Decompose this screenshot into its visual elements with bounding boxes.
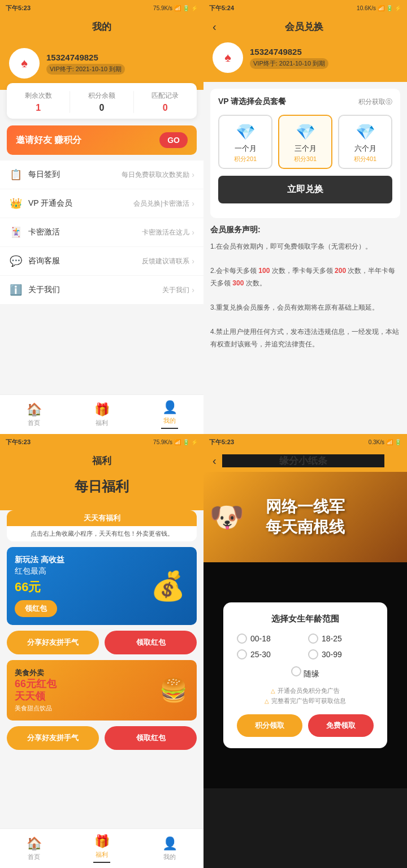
menu-item-vip[interactable]: 👑 VP 开通会员 会员兑换|卡密激活 › <box>0 189 204 218</box>
status-icons-3: 75.9K/s 📶 🔋 ⚡ <box>153 439 198 445</box>
charge-icon-3: ⚡ <box>191 439 198 445</box>
time-4: 下午5:23 <box>209 438 234 446</box>
nav-mine-3[interactable]: 👤 我的 <box>136 829 204 868</box>
age-option-1825[interactable]: 18-25 <box>308 633 374 644</box>
ad-claim-button[interactable]: 领红包 <box>15 600 57 617</box>
vip-select-section: VP 请选择会员套餐 积分获取⓪ 💎 一个月 积分201 💎 三个月 积分301… <box>210 89 400 218</box>
signin-icon: 📋 <box>9 168 23 181</box>
age-option-3099[interactable]: 30-99 <box>308 649 374 659</box>
nav-welfare-1[interactable]: 🎁 福利 <box>68 395 136 434</box>
daily-welfare-title: 每日福利 <box>0 472 204 499</box>
invite-banner[interactable]: 邀请好友 赚积分 GO <box>7 125 197 155</box>
ad-new-play: 新玩法 高收益 <box>15 555 189 565</box>
status-icons-1: 75.9K/s 📶 🔋 ⚡ <box>153 5 198 11</box>
charge-icon-1: ⚡ <box>191 5 198 11</box>
vip-option-3month[interactable]: 💎 三个月 积分301 <box>278 115 332 169</box>
nav-mine-label-1: 我的 <box>163 416 176 425</box>
welfare-nav-icon-1: 🎁 <box>94 402 110 417</box>
age-option-2530[interactable]: 25-30 <box>237 649 302 659</box>
time-1: 下午5:23 <box>6 4 31 12</box>
triangle-icon-1: △ <box>271 687 275 696</box>
modal-overlay: 选择女生年龄范围 00-18 18-25 25-30 <box>204 562 407 788</box>
terms-section: 会员服务声明: 1.在会员有效期内，即可免费领取字条（无需积分）。 2.会卡每天… <box>204 225 407 350</box>
age-option-0018[interactable]: 00-18 <box>237 633 302 644</box>
go-button[interactable]: GO <box>159 132 188 148</box>
nav-home-label-1: 首页 <box>28 419 40 427</box>
profile-info-1: 15324749825 VIP终于: 2021-10-10 到期 <box>46 53 125 75</box>
vip-duration-1: 一个月 <box>223 144 268 154</box>
terms-item-1: 1.在会员有效期内，即可免费领取字条（无需积分）。 <box>210 241 400 253</box>
menu-item-about[interactable]: ℹ️ 关于我们 关于我们 › <box>0 276 204 305</box>
share-button-1[interactable]: 分享好友拼手气 <box>7 631 99 654</box>
screen-welfare: 下午5:23 75.9K/s 📶 🔋 ⚡ 福利 每日福利 天天有福利 点击右上角… <box>0 434 204 868</box>
charge-icon-2: ⚡ <box>395 5 401 11</box>
vip-points-3: 积分401 <box>343 155 388 163</box>
avatar-1: ♠ <box>9 48 40 79</box>
vip-option-1month[interactable]: 💎 一个月 积分201 <box>218 115 272 169</box>
banner-text: 网络一线军 每天南根线 <box>266 497 345 538</box>
welfare-tag: 天天有福利 <box>7 510 197 526</box>
points-claim-button[interactable]: 积分领取 <box>237 714 302 737</box>
bottom-nav-1: 🏠 首页 🎁 福利 👤 我的 <box>0 394 204 434</box>
menu-item-signin[interactable]: 📋 每日签到 每日免费获取次数奖励 › <box>0 160 204 189</box>
menu-item-support[interactable]: 💬 咨询客服 反馈建议请联系 › <box>0 247 204 276</box>
money-bag-icon: 💰 <box>150 570 185 602</box>
dog-icon: 🐶 <box>209 501 244 533</box>
top-area-3: 福利 每日福利 <box>0 450 204 510</box>
stat-match-label: 匹配记录 <box>134 91 197 101</box>
vip-duration-2: 三个月 <box>283 144 328 154</box>
time-3: 下午5:23 <box>6 438 31 446</box>
welfare-sub: 点击右上角收藏小程序，天天有红包！外卖更省钱。 <box>7 526 197 541</box>
welfare-nav-icon-3: 🎁 <box>94 834 110 849</box>
phone-number-1: 15324749825 <box>46 53 125 62</box>
food-emoji-icon: 🍔 <box>159 677 188 704</box>
diamond-icon-2: 💎 <box>283 123 328 141</box>
nav-home-1[interactable]: 🏠 首页 <box>0 395 68 434</box>
back-button-4[interactable]: ‹ <box>213 454 217 467</box>
banner-image: 🐶 网络一线军 每天南根线 <box>204 472 407 562</box>
nav-home-3[interactable]: 🏠 首页 <box>0 829 68 868</box>
status-bar-2: 下午5:24 10.6K/s 📶 🔋 ⚡ <box>204 0 407 16</box>
vip-option-6month[interactable]: 💎 六个月 积分401 <box>338 115 392 169</box>
menu-left-signin: 📋 每日签到 <box>9 168 60 181</box>
profile-info-2: 15324749825 VIP终于: 2021-10-10 到期 <box>250 47 328 69</box>
battery-icon-4: 🔋 <box>395 439 401 445</box>
stat-match: 匹配记录 0 <box>134 91 197 113</box>
back-button[interactable]: ‹ <box>213 20 217 33</box>
ad-banner[interactable]: 新玩法 高收益 红包最高 66元 领红包 💰 <box>7 547 197 625</box>
age-label-3099: 30-99 <box>322 650 342 659</box>
vip-points-2: 积分301 <box>283 155 328 163</box>
vip-arrow: › <box>192 199 194 208</box>
banner-line1: 网络一线军 <box>266 497 345 517</box>
terms-item-4: 4.禁止用户使用任何方式，发布违法违规信息，一经发现，本站有权查封该账号，并追究… <box>210 326 400 350</box>
vip-points-1: 积分201 <box>223 155 268 163</box>
share-button-2[interactable]: 分享好友拼手气 <box>7 726 99 750</box>
random-option[interactable]: 随缘 <box>237 666 374 679</box>
menu-item-card[interactable]: 🃏 卡密激活 卡密激活在这儿 › <box>0 218 204 247</box>
menu-left-about: ℹ️ 关于我们 <box>9 284 60 296</box>
claim-button-1[interactable]: 领取红包 <box>105 631 197 654</box>
vip-select-header: VP 请选择会员套餐 积分获取⓪ <box>218 97 392 107</box>
points-get-label: 积分获取⓪ <box>358 97 392 107</box>
stat-match-value: 0 <box>134 103 197 113</box>
signin-arrow: › <box>192 170 194 179</box>
diamond-icon-3: 💎 <box>343 123 388 141</box>
signin-desc: 每日免费获取次数奖励 <box>122 170 189 180</box>
exchange-button[interactable]: 立即兑换 <box>218 176 392 203</box>
term-text-2: 完整看完广告即可获取信息 <box>271 696 346 706</box>
screen-notes: 下午5:23 0.3K/s 📶 🔋 ‹ 缘分小纸条 🐶 网络一线军 每天南根线 <box>204 434 407 868</box>
nav-mine-1[interactable]: 👤 我的 <box>136 395 204 434</box>
food-brand: 美食外卖 <box>15 668 57 678</box>
nav-welfare-3[interactable]: 🎁 福利 <box>68 829 136 868</box>
nav-home-label-3: 首页 <box>28 853 40 861</box>
age-label-2530: 25-30 <box>250 650 271 659</box>
signal-icon-1: 📶 <box>174 5 181 11</box>
menu-list-1: 📋 每日签到 每日免费获取次数奖励 › 👑 VP 开通会员 会员兑换|卡密激活 … <box>0 160 204 305</box>
free-claim-button[interactable]: 免费领取 <box>308 714 374 737</box>
menu-left-support: 💬 咨询客服 <box>9 255 60 267</box>
stat-points-label: 积分余额 <box>70 91 133 101</box>
about-desc: 关于我们 <box>162 285 189 295</box>
claim-button-2[interactable]: 领取红包 <box>105 726 197 750</box>
nav-welfare-label-3: 福利 <box>96 850 108 859</box>
modal-card: 选择女生年龄范围 00-18 18-25 25-30 <box>223 602 387 748</box>
